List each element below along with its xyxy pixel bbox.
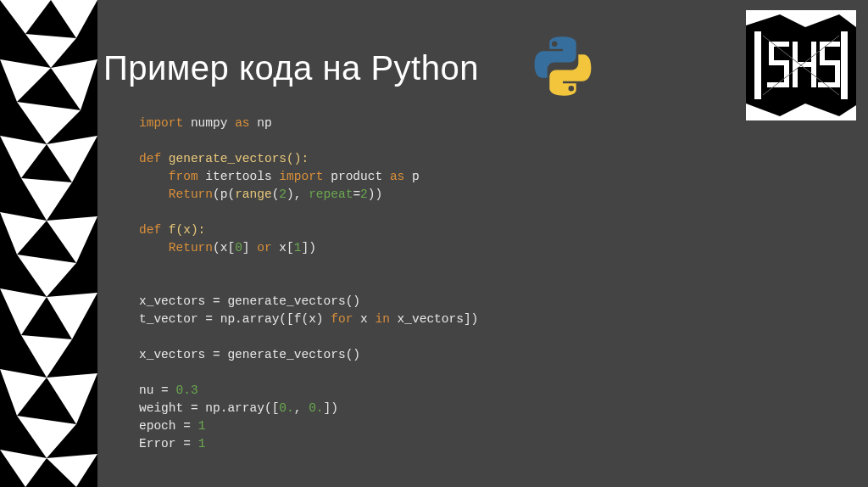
corner-emblem <box>746 10 856 120</box>
code-token: f(x): <box>161 223 205 237</box>
code-line: x_vectors = generate_vectors() <box>139 294 360 308</box>
python-logo-icon <box>532 36 593 97</box>
code-token: import <box>279 170 323 183</box>
code-token: numpy <box>183 116 235 130</box>
code-token: nu = <box>139 383 176 397</box>
code-token: 0.3 <box>176 383 198 397</box>
code-line: x_vectors = generate_vectors() <box>139 348 360 361</box>
code-snippet: import numpy as np def generate_vectors(… <box>139 115 478 453</box>
code-token: x <box>353 312 375 326</box>
code-token: , <box>294 401 309 415</box>
code-token: range <box>235 188 272 201</box>
code-token: Return <box>139 188 213 201</box>
code-token: weight = np.array([ <box>139 401 279 415</box>
code-token: itertools <box>198 170 280 183</box>
svg-rect-24 <box>754 31 761 99</box>
code-token: as <box>390 170 404 183</box>
code-token: def <box>139 152 161 165</box>
code-token: np <box>250 116 272 130</box>
code-token: ), <box>287 188 309 201</box>
code-token: p <box>404 170 419 183</box>
code-token: x[ <box>272 241 294 255</box>
code-token: epoch = <box>139 419 198 433</box>
code-token: t_vector = np.array([f(x) <box>139 312 331 326</box>
code-token: import <box>139 116 183 130</box>
svg-rect-25 <box>841 31 848 99</box>
left-geometric-decoration <box>0 0 97 487</box>
code-token: 1 <box>198 437 206 451</box>
code-token: 1 <box>198 419 206 433</box>
code-token: = <box>353 188 360 201</box>
code-token: as <box>235 116 249 130</box>
code-token: product <box>324 170 390 183</box>
code-token: or <box>257 241 271 255</box>
code-token: generate_vectors(): <box>161 152 309 165</box>
code-token: from <box>139 170 198 183</box>
code-token: 0 <box>235 241 242 255</box>
code-token: (x[ <box>213 241 235 255</box>
code-token: Return <box>139 241 213 255</box>
code-token: 2 <box>279 188 287 201</box>
code-token: for <box>331 312 353 326</box>
code-token: Error = <box>139 437 198 451</box>
code-token: 2 <box>360 188 368 201</box>
code-token: )) <box>368 188 382 201</box>
code-token: x_vectors]) <box>390 312 478 326</box>
code-token: in <box>375 312 389 326</box>
code-token: ]) <box>324 401 338 415</box>
code-token: repeat <box>309 188 353 201</box>
code-token: ]) <box>301 241 315 255</box>
code-token: 0. <box>279 401 293 415</box>
code-token: ] <box>242 241 257 255</box>
code-token: 0. <box>309 401 323 415</box>
code-token: def <box>139 223 161 237</box>
code-token: (p( <box>213 188 235 201</box>
slide-title: Пример кода на Python <box>103 49 479 87</box>
